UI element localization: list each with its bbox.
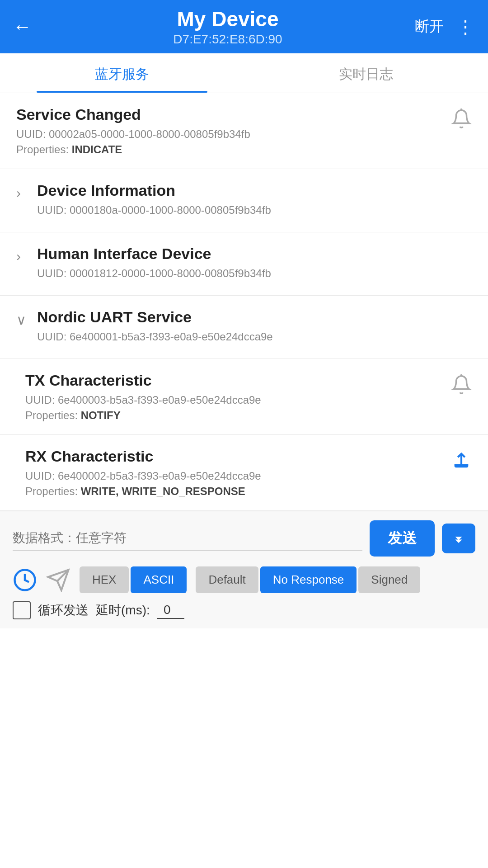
service-item-nordic-uart[interactable]: ∨ Nordic UART Service UUID: 6e400001-b5a… bbox=[0, 296, 488, 359]
send-button[interactable]: 发送 bbox=[370, 520, 435, 557]
rx-characteristic-content: RX Characteristic UUID: 6e400002-b5a3-f3… bbox=[25, 448, 261, 498]
disconnect-button[interactable]: 断开 bbox=[415, 17, 444, 37]
service-item-device-info[interactable]: › Device Information UUID: 0000180a-0000… bbox=[0, 169, 488, 232]
header-actions: 断开 ⋮ bbox=[415, 16, 475, 37]
data-input[interactable] bbox=[13, 526, 362, 551]
bottom-input-area: 发送 HEX ASCII Default No Response Si bbox=[0, 511, 488, 628]
tx-name: TX Characteristic bbox=[25, 372, 261, 389]
device-info-name: Device Information bbox=[37, 182, 271, 199]
tx-notify-bell-icon[interactable] bbox=[451, 374, 472, 397]
tx-uuid: UUID: 6e400003-b5a3-f393-e0a9-e50e24dcca… bbox=[25, 394, 261, 406]
chevron-right-icon: › bbox=[16, 185, 29, 201]
loop-label: 循环发送 bbox=[38, 602, 89, 619]
expand-button[interactable] bbox=[442, 524, 475, 553]
rx-name: RX Characteristic bbox=[25, 448, 261, 465]
service-changed-properties: Properties: INDICATE bbox=[16, 143, 250, 156]
human-interface-name: Human Interface Device bbox=[37, 245, 271, 263]
back-button[interactable]: ← bbox=[13, 17, 32, 36]
response-type-buttons: Default No Response Signed bbox=[196, 566, 420, 593]
no-response-button[interactable]: No Response bbox=[260, 566, 357, 593]
service-list: Service Changed UUID: 00002a05-0000-1000… bbox=[0, 93, 488, 511]
more-options-button[interactable]: ⋮ bbox=[456, 16, 475, 37]
nordic-uart-uuid: UUID: 6e400001-b5a3-f393-e0a9-e50e24dcca… bbox=[37, 330, 273, 343]
send-row: 发送 bbox=[13, 520, 475, 557]
app-header: ← My Device D7:E7:52:E8:6D:90 断开 ⋮ bbox=[0, 0, 488, 53]
clock-icon[interactable] bbox=[13, 568, 37, 592]
rx-properties: Properties: WRITE, WRITE_NO_RESPONSE bbox=[25, 485, 261, 498]
human-interface-uuid: UUID: 00001812-0000-1000-8000-00805f9b34… bbox=[37, 267, 271, 280]
signed-button[interactable]: Signed bbox=[358, 566, 420, 593]
chevron-down-icon: ∨ bbox=[16, 312, 29, 328]
tab-bluetooth[interactable]: 蓝牙服务 bbox=[0, 53, 244, 93]
service-changed-uuid: UUID: 00002a05-0000-1000-8000-00805f9b34… bbox=[16, 128, 250, 141]
tx-properties: Properties: NOTIFY bbox=[25, 409, 261, 422]
header-title-block: My Device D7:E7:52:E8:6D:90 bbox=[41, 7, 415, 46]
chevron-right-icon: › bbox=[16, 249, 29, 264]
default-button[interactable]: Default bbox=[196, 566, 258, 593]
device-address: D7:E7:52:E8:6D:90 bbox=[41, 32, 415, 47]
rx-uuid: UUID: 6e400002-b5a3-f393-e0a9-e50e24dcca… bbox=[25, 470, 261, 482]
notify-bell-icon[interactable] bbox=[451, 108, 472, 131]
service-changed-name: Service Changed bbox=[16, 106, 250, 123]
device-info-uuid: UUID: 0000180a-0000-1000-8000-00805f9b34… bbox=[37, 204, 271, 217]
device-name: My Device bbox=[41, 7, 415, 32]
characteristic-item-rx: RX Characteristic UUID: 6e400002-b5a3-f3… bbox=[0, 435, 488, 511]
format-row: HEX ASCII Default No Response Signed bbox=[13, 566, 475, 593]
tx-characteristic-content: TX Characteristic UUID: 6e400003-b5a3-f3… bbox=[25, 372, 261, 422]
nordic-uart-name: Nordic UART Service bbox=[37, 308, 273, 326]
hex-button[interactable]: HEX bbox=[80, 566, 129, 593]
service-changed-content: Service Changed UUID: 00002a05-0000-1000… bbox=[16, 106, 250, 156]
delay-value-input[interactable]: 0 bbox=[157, 602, 184, 619]
delay-label: 延时(ms): bbox=[96, 602, 150, 619]
characteristic-item-tx: TX Characteristic UUID: 6e400003-b5a3-f3… bbox=[0, 359, 488, 435]
encoding-buttons: HEX ASCII bbox=[80, 566, 187, 593]
tab-realtime-log[interactable]: 实时日志 bbox=[244, 53, 488, 93]
ascii-button[interactable]: ASCII bbox=[131, 566, 187, 593]
loop-checkbox[interactable] bbox=[13, 601, 31, 619]
send-icon[interactable] bbox=[46, 568, 70, 592]
tab-bar: 蓝牙服务 实时日志 bbox=[0, 53, 488, 93]
loop-row: 循环发送 延时(ms): 0 bbox=[13, 601, 475, 624]
rx-upload-icon[interactable] bbox=[451, 450, 472, 473]
service-item-service-changed: Service Changed UUID: 00002a05-0000-1000… bbox=[0, 93, 488, 169]
service-item-human-interface[interactable]: › Human Interface Device UUID: 00001812-… bbox=[0, 232, 488, 296]
